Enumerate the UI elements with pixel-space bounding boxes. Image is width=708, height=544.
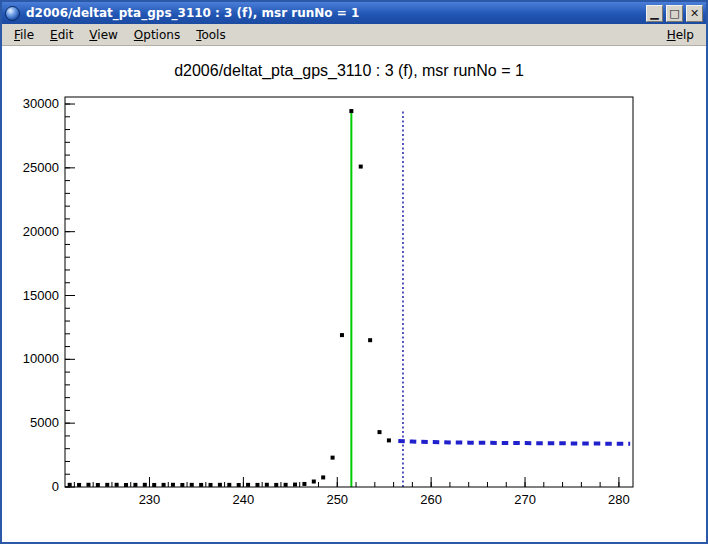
close-button[interactable]: ✕ [686,5,703,22]
plot-canvas[interactable]: d2006/deltat_pta_gps_3110 : 3 (f), msr r… [2,46,706,542]
svg-text:5000: 5000 [30,415,59,430]
plot-frame [65,97,633,487]
svg-text:25000: 25000 [23,160,59,175]
menu-help[interactable]: Help [659,26,702,44]
svg-text:270: 270 [514,492,536,507]
chart-title: d2006/deltat_pta_gps_3110 : 3 (f), msr r… [174,62,524,80]
svg-text:20000: 20000 [23,224,59,239]
svg-text:0: 0 [52,479,59,494]
svg-text:15000: 15000 [23,288,59,303]
y-axis: 050001000015000200002500030000 [23,96,75,494]
background-dashed-line [398,441,630,444]
histogram-points [68,109,391,487]
window-title: d2006/deltat_pta_gps_3110 : 3 (f), msr r… [23,2,643,24]
app-icon[interactable] [5,6,20,21]
svg-text:30000: 30000 [23,96,59,111]
menu-edit[interactable]: Edit [42,26,81,44]
minimize-button[interactable]: ▁ [646,5,663,22]
svg-text:260: 260 [420,492,442,507]
svg-text:250: 250 [326,492,348,507]
maximize-button[interactable]: □ [666,5,683,22]
titlebar[interactable]: d2006/deltat_pta_gps_3110 : 3 (f), msr r… [2,2,706,24]
menu-options[interactable]: Options [126,26,188,44]
app-window: d2006/deltat_pta_gps_3110 : 3 (f), msr r… [0,0,708,544]
chart-svg[interactable]: d2006/deltat_pta_gps_3110 : 3 (f), msr r… [2,46,706,542]
menu-view[interactable]: View [81,26,125,44]
menu-file[interactable]: File [6,26,42,44]
svg-text:280: 280 [608,492,630,507]
svg-text:10000: 10000 [23,351,59,366]
svg-text:230: 230 [139,492,161,507]
menubar: File Edit View Options Tools Help [2,24,706,46]
menu-tools[interactable]: Tools [188,26,234,44]
svg-text:240: 240 [233,492,255,507]
